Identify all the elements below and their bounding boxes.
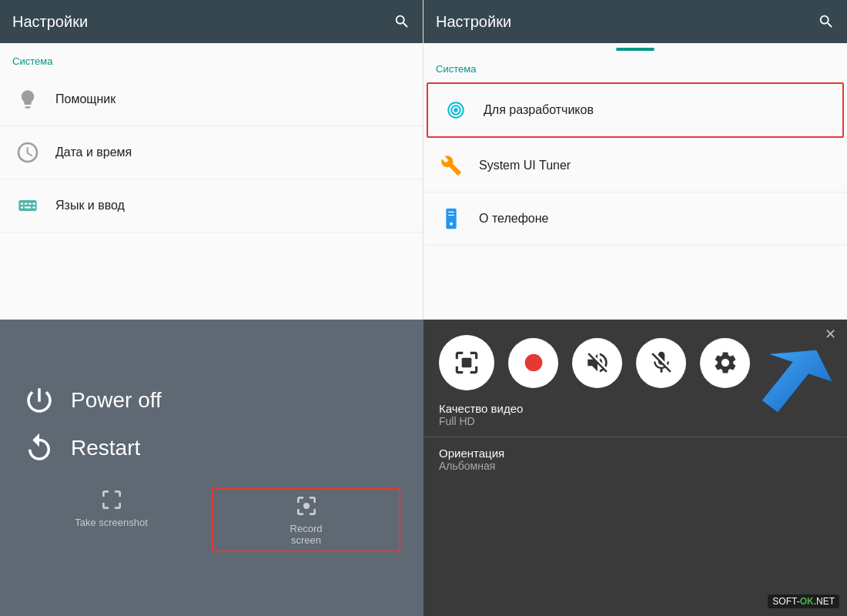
orientation-label: Ориентация — [439, 447, 832, 460]
power-off-label: Power off — [71, 388, 162, 413]
right-settings-panel: Настройки Система Для разработчиков Syst… — [424, 0, 847, 320]
svg-rect-5 — [21, 206, 24, 208]
svg-point-13 — [303, 503, 310, 509]
restart-label: Restart — [71, 436, 140, 460]
svg-rect-14 — [462, 358, 472, 368]
right-system-header: Система — [424, 51, 847, 81]
right-menu-item-uituner[interactable]: System UI Tuner — [424, 139, 847, 192]
watermark-net: .NET — [814, 596, 835, 607]
svg-rect-3 — [28, 203, 32, 205]
watermark-text: SOFT- — [772, 596, 799, 607]
left-language-label: Язык и ввод — [55, 199, 125, 213]
svg-point-8 — [454, 108, 457, 112]
keyboard-icon — [12, 190, 43, 221]
watermark: SOFT-OK.NET — [768, 594, 839, 608]
svg-rect-6 — [25, 206, 31, 208]
clock-icon — [12, 137, 43, 168]
record-button[interactable] — [508, 338, 558, 388]
orientation-value: Альбомная — [439, 460, 832, 472]
left-system-header: Система — [0, 43, 423, 73]
right-toolbar-title: Настройки — [436, 13, 511, 31]
svg-rect-10 — [448, 212, 454, 213]
left-search-icon[interactable] — [393, 13, 410, 30]
record-screen-item[interactable]: Record screen — [212, 487, 400, 552]
developer-gear-icon — [440, 95, 471, 126]
wrench-icon — [436, 150, 467, 181]
power-icon — [23, 384, 55, 417]
screen-record-button[interactable] — [439, 335, 494, 390]
svg-rect-1 — [21, 203, 24, 205]
recorder-panel: ✕ — [424, 320, 847, 616]
left-assistant-label: Помощник — [55, 92, 116, 106]
right-search-icon[interactable] — [818, 13, 835, 30]
bulb-icon — [12, 84, 43, 115]
right-developer-label: Для разработчиков — [484, 103, 594, 117]
left-menu-item-language[interactable]: Язык и ввод — [0, 179, 423, 233]
right-about-label: О телефоне — [479, 212, 548, 226]
restart-item[interactable]: Restart — [23, 432, 400, 464]
arrow-indicator — [708, 343, 832, 435]
record-screen-icon — [294, 494, 319, 518]
svg-rect-7 — [32, 206, 35, 208]
left-datetime-label: Дата и время — [55, 146, 132, 159]
svg-point-12 — [450, 223, 453, 226]
close-icon[interactable]: ✕ — [825, 326, 836, 343]
watermark-ok: OK — [800, 596, 814, 607]
right-menu-item-developer[interactable]: Для разработчиков — [427, 82, 844, 138]
info-icon — [436, 203, 467, 234]
left-menu-item-datetime[interactable]: Дата и время — [0, 126, 423, 179]
svg-rect-11 — [448, 215, 454, 216]
power-menu: Power off Restart Take screenshot — [0, 320, 424, 616]
screenshot-item[interactable]: Take screenshot — [23, 487, 199, 552]
screenshot-label: Take screenshot — [75, 517, 148, 528]
power-off-item[interactable]: Power off — [23, 384, 400, 417]
svg-point-15 — [524, 354, 542, 372]
right-menu-item-about[interactable]: О телефоне — [424, 192, 847, 246]
mute-sound-button[interactable] — [572, 338, 622, 388]
left-settings-panel: Настройки Система Помощник Дата и время — [0, 0, 424, 320]
svg-rect-4 — [32, 203, 35, 205]
right-uituner-label: System UI Tuner — [479, 159, 571, 172]
svg-rect-2 — [25, 203, 28, 205]
svg-rect-0 — [18, 200, 36, 211]
svg-rect-9 — [446, 209, 456, 229]
restart-icon — [23, 432, 55, 464]
power-menu-bottom-actions: Take screenshot Record screen — [23, 487, 400, 552]
screenshot-icon — [99, 487, 124, 512]
mute-mic-button[interactable] — [636, 338, 686, 388]
record-screen-label: Record screen — [290, 523, 323, 546]
recorder-orientation-section: Ориентация Альбомная — [424, 437, 847, 481]
left-toolbar-title: Настройки — [12, 13, 88, 31]
left-menu-item-assistant[interactable]: Помощник — [0, 73, 423, 126]
right-toolbar: Настройки — [424, 0, 847, 43]
left-toolbar: Настройки — [0, 0, 423, 43]
